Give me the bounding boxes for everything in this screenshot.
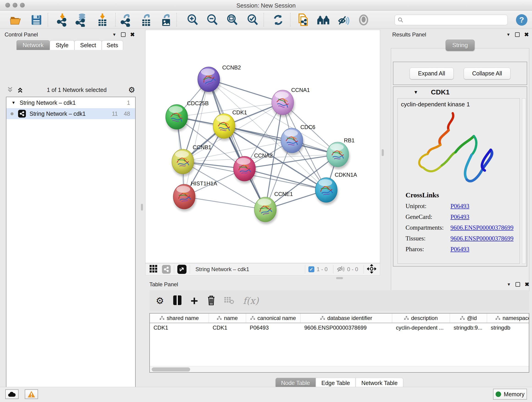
table-hscroll-thumb[interactable] [152,367,190,371]
bottom-splitter-handle[interactable] [336,277,343,279]
table-options-gear-icon[interactable]: ⚙ [156,296,164,305]
tab-sets[interactable]: Sets [102,40,123,50]
results-panel-menu-icon[interactable]: ▼ [506,32,510,37]
results-scrollbar[interactable] [522,98,526,264]
edge-CCNB2-CCNE1[interactable] [209,79,265,210]
tab-network[interactable]: Network [17,40,50,50]
node-CCNA2[interactable] [234,156,256,183]
tab-style[interactable]: Style [50,40,75,50]
crosslink-link[interactable]: 9606.ENSP00000378699 [450,235,513,242]
network-collection-row[interactable]: ▼ String Network – cdk1 1 [6,97,135,108]
column-header-name[interactable]: name [209,313,246,323]
control-panel-float-icon[interactable] [121,32,126,37]
column-header-shared-name[interactable]: shared name [150,313,209,323]
node-CDC25B[interactable] [166,104,189,132]
clone-network-icon[interactable] [297,13,310,27]
cell-namespace[interactable]: stringdb [487,323,529,333]
node-CDK1[interactable] [213,114,236,141]
export-image-icon[interactable] [159,13,173,27]
node-CDKN1A[interactable] [315,178,338,205]
table-panel-float-icon[interactable] [515,282,520,287]
delete-column-trash-icon[interactable] [207,295,215,306]
node-CCNA1[interactable] [272,90,295,117]
table-hscrollbar[interactable] [150,366,529,372]
node-RB1[interactable] [327,142,350,169]
table-row[interactable]: CDK1CDK1P064939606.ENSP00000378699cyclin… [150,323,529,333]
cloud-button[interactable] [5,389,19,399]
string-share-icon[interactable] [162,265,171,274]
results-panel-close-icon[interactable]: ✖ [524,32,529,38]
collection-expand-icon[interactable]: ▼ [12,100,16,105]
import-network-from-database-icon[interactable] [75,13,88,27]
selected-nodes-checkbox[interactable]: ✓ [308,266,314,272]
tab-select[interactable]: Select [75,40,102,50]
cell--id[interactable]: stringdb:9... [450,323,487,333]
export-network-icon[interactable] [119,13,133,27]
crosslink-link[interactable]: P06493 [450,246,469,253]
import-table-icon[interactable] [96,13,109,27]
show-columns-icon[interactable] [173,295,182,306]
network-row[interactable]: String Network – cdk1 11 48 [6,108,135,119]
edge-CCNB2-HIST1H1A[interactable] [184,79,209,197]
save-session-icon[interactable] [30,13,43,27]
network-view-toolbar: String Network – cdk1 ✓ 1 - 0 0 - 0 [145,263,380,275]
node-HIST1H1A[interactable] [173,184,196,211]
column-header-description[interactable]: description [392,313,450,323]
zoom-out-icon[interactable] [206,13,219,27]
table-panel-close-icon[interactable]: ✖ [525,281,529,288]
collapse-all-button[interactable]: Collapse All [464,68,511,79]
zoom-selected-icon[interactable] [246,13,259,27]
network-view-canvas[interactable]: CCNB2CCNA1CDC25BCDK1CDC6RB1CCNB1CCNA2CDK… [145,30,380,263]
refresh-icon[interactable] [272,13,285,27]
cell-canonical-name[interactable]: P06493 [246,323,301,333]
node-CCNB2[interactable] [198,67,221,94]
search-input[interactable] [404,17,502,23]
expand-all-icon[interactable] [17,86,25,93]
help-icon[interactable]: ? [515,13,528,27]
open-in-window-icon[interactable] [177,265,186,274]
column-header-namespace[interactable]: namespace [487,313,529,323]
hidden-eye-icon[interactable] [336,265,345,273]
delete-table-icon[interactable] [224,296,234,305]
left-splitter-handle[interactable] [141,204,143,211]
crosslink-link[interactable]: P06493 [450,203,469,210]
crosslink-link[interactable]: 9606.ENSP00000378699 [450,224,513,231]
open-session-icon[interactable] [9,13,22,27]
right-splitter-handle[interactable] [382,149,384,156]
cell-shared-name[interactable]: CDK1 [150,323,209,333]
collapse-all-icon[interactable] [7,86,15,93]
crosslink-link[interactable]: P06493 [450,213,469,220]
tab-string[interactable]: String [446,40,475,51]
zoom-in-icon[interactable] [186,13,199,27]
column-header-database-identifier[interactable]: database identifier [301,313,392,323]
table-panel-menu-icon[interactable]: ▼ [507,282,511,287]
function-builder-icon[interactable]: f(x) [243,295,259,306]
gene-collapse-icon[interactable]: ▼ [413,89,418,95]
edge-HIST1H1A-CCNE1[interactable] [184,197,265,210]
cell-description[interactable]: cyclin-dependent ... [392,323,450,333]
import-network-icon[interactable] [56,13,69,27]
cell-name[interactable]: CDK1 [209,323,246,333]
network-overview-icon[interactable] [317,13,330,27]
results-panel-float-icon[interactable] [515,32,520,37]
column-header--id[interactable]: @id [450,313,487,323]
export-table-icon[interactable] [139,13,153,27]
birdseye-grid-icon[interactable] [150,265,157,274]
gene-details: cyclin-dependent kinase 1 [398,98,520,264]
node-CDC6[interactable] [281,128,304,155]
control-panel-menu-icon[interactable]: ▼ [112,32,116,37]
control-panel-close-icon[interactable]: ✖ [130,32,135,38]
search-field[interactable] [394,15,508,25]
fit-content-crosshair-icon[interactable] [367,264,376,274]
node-CCNE1[interactable] [254,197,277,224]
expand-all-button[interactable]: Expand All [410,68,454,79]
warning-button[interactable] [25,389,38,399]
column-header-canonical-name[interactable]: canonical name [246,313,301,323]
add-column-icon[interactable]: + [191,296,198,305]
show-graphics-icon[interactable] [357,13,370,27]
hide-selected-icon[interactable] [337,13,350,27]
network-list-options-icon[interactable]: ⚙ [128,86,135,94]
zoom-fit-icon[interactable] [226,13,239,27]
memory-button[interactable]: Memory [493,389,527,400]
cell-database-identifier[interactable]: 9606.ENSP00000378699 [301,323,392,333]
